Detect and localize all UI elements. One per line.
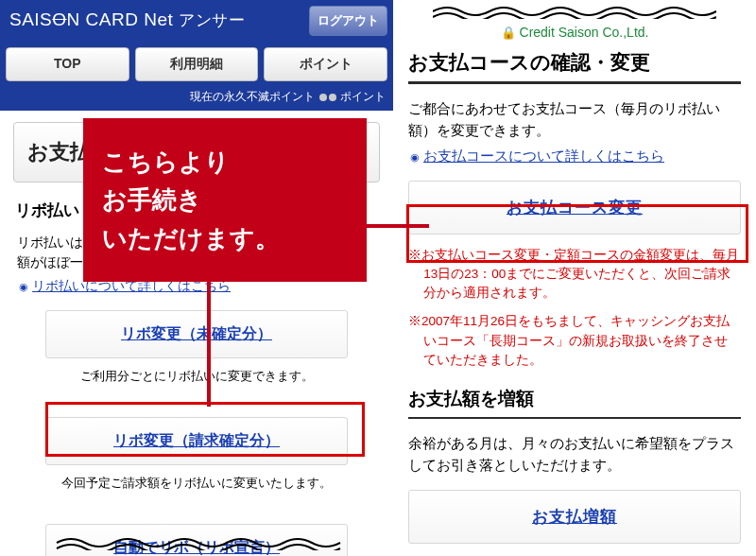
- note-discontinued: ※2007年11月26日をもちまして、キャッシングお支払いコース「長期コース」の…: [408, 312, 741, 370]
- wave-decoration-icon: [47, 535, 350, 550]
- tab-top[interactable]: TOP: [6, 47, 129, 81]
- tab-bar: TOP 利用明細 ポイント: [0, 47, 393, 87]
- header-bar: SAISON CARD Net アンサー ログアウト: [0, 0, 393, 47]
- intro-paragraph: ご都合にあわせてお支払コース（毎月のリボ払い額）を変更できます。: [408, 97, 741, 142]
- bullet-icon: ◉: [410, 151, 420, 164]
- caption-confirmed: 今回予定ご請求額をリボ払いに変更いたします。: [13, 475, 380, 492]
- change-unconfirmed-box[interactable]: リボ変更（未確定分）: [45, 310, 348, 358]
- logout-button[interactable]: ログアウト: [309, 6, 387, 36]
- change-confirmed-link[interactable]: リボ変更（請求確定分）: [113, 432, 280, 448]
- annotation-connector-icon: [363, 224, 429, 228]
- wave-icon: [433, 4, 716, 19]
- section-title-increase: お支払額を増額: [408, 387, 741, 419]
- secure-indicator: 🔒Credit Saison Co.,Ltd.: [393, 25, 756, 40]
- course-detail-row: ◉お支払コースについて詳しくはこちら: [410, 148, 741, 165]
- bullet-icon: ◉: [19, 281, 28, 293]
- change-unconfirmed-link[interactable]: リボ変更（未確定分）: [121, 325, 272, 341]
- increase-payment-link[interactable]: お支払増額: [532, 508, 617, 526]
- increase-paragraph: 余裕がある月は、月々のお支払いに希望額をプラスしてお引き落としいただけます。: [408, 432, 741, 477]
- course-detail-link[interactable]: お支払コースについて詳しくはこちら: [423, 148, 664, 164]
- dot-icon: [329, 94, 336, 101]
- change-confirmed-box[interactable]: リボ変更（請求確定分）: [45, 417, 348, 465]
- change-course-link[interactable]: お支払コース変更: [507, 199, 643, 217]
- dot-icon: [319, 94, 327, 101]
- lock-icon: 🔒: [501, 26, 516, 40]
- brand-logo: SAISON CARD Net アンサー: [9, 9, 245, 31]
- tab-usage[interactable]: 利用明細: [135, 47, 259, 81]
- annotation-connector-icon: [207, 271, 211, 407]
- increase-payment-box[interactable]: お支払増額: [408, 490, 741, 544]
- wave-decoration-icon: [433, 4, 716, 19]
- right-device-screen: 🔒Credit Saison Co.,Ltd. お支払コースの確認・変更 ご都合…: [393, 0, 756, 556]
- annotation-callout: こちらより お手続き いただけます。: [83, 118, 367, 282]
- change-course-box[interactable]: お支払コース変更: [408, 181, 741, 235]
- caption-unconfirmed: ご利用分ごとにリボ払いに変更できます。: [13, 368, 380, 385]
- page-title: お支払コースの確認・変更: [408, 49, 741, 84]
- note-deadline: ※お支払いコース変更・定額コースの金額変更は、毎月13日の23：00までにご変更…: [408, 246, 741, 304]
- points-bar: 現在の永久不滅ポイント ポイント: [0, 87, 393, 111]
- tab-point[interactable]: ポイント: [264, 47, 387, 81]
